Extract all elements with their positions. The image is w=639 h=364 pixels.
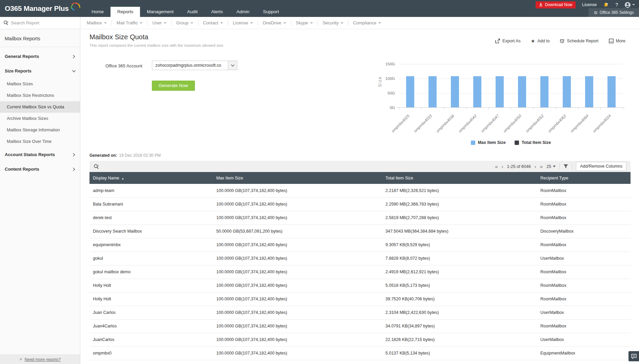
pagination-controls: « ‹ 1-25 of 6046 › » 25 Add/Remove Colum… <box>495 162 626 171</box>
schedule-report-button[interactable]: Schedule Report <box>560 39 598 43</box>
chart-x-tick <box>421 108 422 109</box>
search-report-input[interactable] <box>11 20 74 25</box>
chart-bar-ompmbx4047[interactable] <box>496 76 504 107</box>
notification-bell-icon[interactable] <box>603 2 609 8</box>
cell-display-name: equipmentmbx <box>89 238 213 252</box>
star-icon: ★ <box>531 39 535 43</box>
chevron-right-icon <box>73 153 75 157</box>
subnav-security[interactable]: Security <box>318 20 348 25</box>
cell-recipient-type: RoomMailbox <box>537 292 631 306</box>
sidebar-item-mailbox-size-over-time[interactable]: Mailbox Size Over Time <box>0 136 80 147</box>
cell-display-name: Juan4Carlos <box>89 319 213 333</box>
cell-display-name: admp-team <box>89 184 213 197</box>
subnav-user[interactable]: User <box>147 20 171 25</box>
subnav-mail-traffic[interactable]: Mail Traffic <box>112 20 147 25</box>
sidebar-item-mailbox-sizes[interactable]: Mailbox Sizes <box>0 78 80 90</box>
page-size-value: 25 <box>546 164 551 169</box>
tab-alerts[interactable]: Alerts <box>204 7 230 17</box>
user-menu[interactable] <box>624 2 635 8</box>
cell-total-item-size: 5.0518 KB(5,173 bytes) <box>382 279 537 292</box>
tab-management[interactable]: Management <box>140 7 180 17</box>
report-actions: Export As ★ Add to Schedule Report More <box>495 39 625 43</box>
chart-legend: Max Item SizeTotal Item Size <box>399 140 623 145</box>
table-toolbar: « ‹ 1-25 of 6046 › » 25 Add/Remove Colum… <box>89 161 631 172</box>
office365-settings-button[interactable]: ⚙ Office 365 Settings <box>588 8 639 17</box>
chart-bar-ompmbx4050[interactable] <box>518 76 526 107</box>
generate-now-button[interactable]: Generate Now <box>152 81 195 91</box>
add-remove-columns-button[interactable]: Add/Remove Columns <box>576 162 626 171</box>
chart-y-tick: 50G <box>373 91 395 95</box>
subnav-license[interactable]: License <box>228 20 258 25</box>
add-to-button[interactable]: ★ Add to <box>531 39 550 43</box>
help-icon[interactable]: ? <box>615 2 618 7</box>
license-link[interactable]: License <box>582 2 597 7</box>
first-page-icon[interactable]: « <box>495 164 498 169</box>
subnav-compliance[interactable]: Compliance <box>348 20 386 25</box>
schedule-report-label: Schedule Report <box>567 39 598 43</box>
column-header-recipient-type[interactable]: Recipient Type <box>537 172 631 184</box>
generated-on-value: 19 Dec 2016 02:30 PM <box>119 153 161 158</box>
chevron-down-icon <box>140 22 142 24</box>
chart-bar-ompmbx4064[interactable] <box>585 76 593 107</box>
prev-page-icon[interactable]: ‹ <box>501 164 503 169</box>
chart-bar-ompmbx4024[interactable] <box>607 76 616 107</box>
report-table: Display Name▲Max Item SizeTotal Item Siz… <box>89 172 631 360</box>
chart-bar-ompmbx4033[interactable] <box>428 76 437 107</box>
tab-admin[interactable]: Admin <box>229 7 256 17</box>
more-button[interactable]: More <box>609 39 625 43</box>
main-content: Mailbox Size Quota This report compares … <box>81 29 639 364</box>
sidebar-section-label: General Reports <box>5 54 39 59</box>
chart-bar-ompmbx4052[interactable] <box>540 76 548 107</box>
sidebar-section-size-reports[interactable]: Size Reports <box>0 64 80 78</box>
sidebar-item-archive-mailbox-sizes[interactable]: Archive Mailbox Sizes <box>0 113 80 124</box>
chart-bar-ompmbx4025[interactable] <box>406 76 414 107</box>
chevron-down-icon <box>104 22 107 24</box>
last-page-icon[interactable]: » <box>540 164 543 169</box>
tab-audit[interactable]: Audit <box>180 7 204 17</box>
table-search-icon[interactable] <box>94 164 99 169</box>
table-row: ompmbx0100.0000 GB(107,374,182,400 bytes… <box>89 346 631 360</box>
column-header-max-item-size[interactable]: Max Item Size <box>213 172 382 184</box>
tab-reports[interactable]: Reports <box>111 7 140 17</box>
next-page-icon[interactable]: › <box>535 164 536 169</box>
filter-icon[interactable] <box>563 164 568 169</box>
chart-x-tick <box>488 108 489 109</box>
chart-y-tick: 100G <box>373 77 395 81</box>
sidebar-section-general-reports[interactable]: General Reports <box>0 49 80 64</box>
sidebar-item-mailbox-size-restrictions[interactable]: Mailbox Size Restrictions <box>0 90 80 101</box>
cell-max-item-size: 100.0000 GB(107,374,182,400 bytes) <box>213 292 382 306</box>
chevron-right-icon <box>73 55 75 59</box>
topbar-utilities: Download Now License ? <box>536 1 635 8</box>
table-body: admp-team100.0000 GB(107,374,182,400 byt… <box>89 184 631 360</box>
account-select[interactable]: zohocorpadmgrplus.onmicrosoft.co <box>152 61 237 70</box>
subnav-group[interactable]: Group <box>172 20 198 25</box>
subnav-contact[interactable]: Contact <box>198 20 228 25</box>
cell-display-name: Discovery Search Mailbox <box>89 224 213 238</box>
subnav-skype[interactable]: Skype <box>291 20 318 25</box>
sidebar-item-mailbox-storage-information[interactable]: Mailbox Storage Information <box>0 124 80 136</box>
column-header-total-item-size[interactable]: Total Item Size <box>382 172 537 184</box>
need-more-reports-link[interactable]: Need more reports? <box>25 357 61 362</box>
export-as-button[interactable]: Export As <box>495 39 521 43</box>
chart-bar-ompmbx4036[interactable] <box>451 76 459 107</box>
download-now-button[interactable]: Download Now <box>536 1 576 8</box>
sidebar-section-content-reports[interactable]: Content Reports <box>0 162 80 176</box>
page-size-select[interactable]: 25 <box>546 164 556 169</box>
feedback-chat-button[interactable] <box>628 351 639 361</box>
tab-home[interactable]: Home <box>85 7 111 17</box>
tab-support[interactable]: Support <box>256 7 286 17</box>
chat-bubble-icon <box>631 354 637 359</box>
subnav-label-compliance: Compliance <box>353 20 377 25</box>
chart-bar-ompmbx4062[interactable] <box>563 76 571 107</box>
subnav-label-contact: Contact <box>203 20 218 25</box>
sidebar-item-current-mailbox-size-vs-quota[interactable]: Current Mailbox Size vs Quota <box>0 101 80 113</box>
cell-total-item-size: 2.2187 MB(2,326,521 bytes) <box>382 184 537 197</box>
chart-bar-ompmbx4042[interactable] <box>473 76 481 107</box>
table-row: equipmentmbx100.0000 GB(107,374,182,400 … <box>89 238 631 252</box>
subnav-mailbox[interactable]: Mailbox <box>82 20 112 25</box>
subnav-onedrive[interactable]: OneDrive <box>258 20 291 25</box>
sidebar-section-account-status-reports[interactable]: Account Status Reports <box>0 147 80 162</box>
legend-max-item-size[interactable]: Max Item Size <box>471 140 506 145</box>
column-header-display-name[interactable]: Display Name▲ <box>89 172 213 184</box>
chevron-down-icon <box>191 22 193 24</box>
